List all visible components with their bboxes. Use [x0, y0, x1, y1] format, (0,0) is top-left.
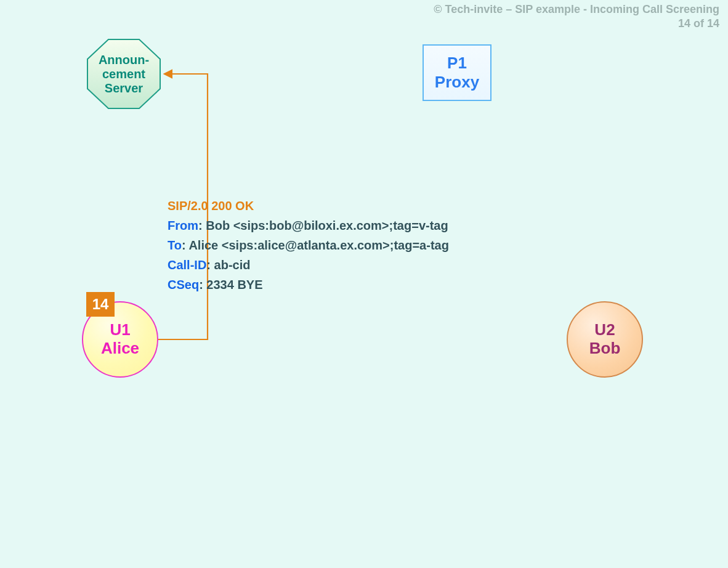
diagram-canvas: © Tech-invite – SIP example - Incoming C… [0, 0, 728, 568]
sip-header-value: : Bob <sips:bob@biloxi.ex.com>;tag=v-tag [198, 219, 448, 232]
node-announcement-server: Announ- cement Server [86, 38, 161, 110]
sip-header-to: To: Alice <sips:alice@atlanta.ex.com>;ta… [168, 235, 449, 255]
sip-header-value: : 2334 BYE [199, 278, 262, 291]
sip-header-key: CSeq [168, 278, 199, 291]
page-indicator: 14 of 14 [434, 17, 719, 31]
sip-message-block: SIP/2.0 200 OK From: Bob <sips:bob@bilox… [168, 196, 449, 294]
sip-header-key: Call-ID [168, 258, 206, 272]
sip-header-key: To [168, 238, 182, 252]
sip-status-line: SIP/2.0 200 OK [168, 196, 449, 216]
sip-header-key: From [168, 219, 198, 232]
copyright-text: © Tech-invite – SIP example - Incoming C… [434, 2, 719, 17]
announcement-server-label: Announ- cement Server [95, 53, 153, 95]
p1-proxy-label: P1 Proxy [435, 54, 479, 92]
sip-header-from: From: Bob <sips:bob@biloxi.ex.com>;tag=v… [168, 216, 449, 235]
step-number: 14 [92, 296, 109, 313]
u2-bob-label: U2 Bob [589, 321, 621, 358]
sip-header-value: : Alice <sips:alice@atlanta.ex.com>;tag=… [182, 238, 449, 252]
node-p1-proxy: P1 Proxy [423, 44, 491, 101]
u1-alice-label: U1 Alice [101, 321, 139, 358]
diagram-header: © Tech-invite – SIP example - Incoming C… [434, 2, 719, 30]
sip-header-callid: Call-ID: ab-cid [168, 255, 449, 275]
node-u2-bob: U2 Bob [567, 301, 643, 378]
sip-header-cseq: CSeq: 2334 BYE [168, 275, 449, 294]
sip-header-value: : ab-cid [206, 258, 250, 272]
step-badge: 14 [86, 292, 115, 317]
